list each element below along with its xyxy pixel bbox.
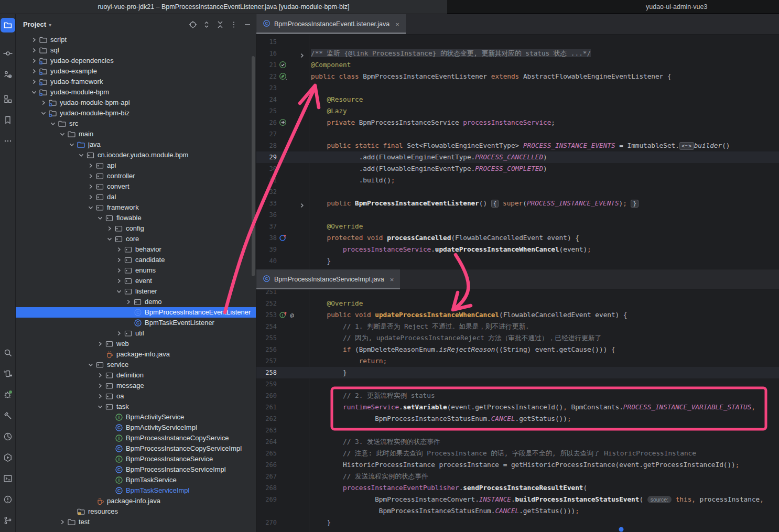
tree-item-cn-iocoder-yudao-module-bpm[interactable]: cn.iocoder.yudao.module.bpm (16, 150, 256, 160)
structure-icon[interactable] (1, 92, 15, 106)
code-line-28[interactable]: 28 public static final Set<FlowableEngin… (256, 140, 779, 151)
code-line-29[interactable]: 29 .add(FlowableEngineEventType.PROCESS_… (256, 151, 779, 163)
code-line-31[interactable]: 31 .build(); (256, 175, 779, 186)
tree-item-event[interactable]: event (16, 276, 256, 286)
chevron-right-icon[interactable] (114, 257, 124, 263)
tree-item-bpmtaskservice[interactable]: IBpmTaskService (16, 475, 256, 485)
code-line[interactable]: BpmProcessInstanceStatusEnum.CANCEL.getS… (256, 505, 779, 517)
project-folder-icon[interactable] (1, 18, 15, 32)
chevron-down-icon[interactable] (67, 142, 77, 147)
chevron-right-icon[interactable] (86, 194, 95, 200)
chevron-right-icon[interactable] (114, 278, 124, 284)
chevron-right-icon[interactable] (29, 37, 39, 42)
code-line-263[interactable]: 263 (256, 425, 779, 436)
chevron-right-icon[interactable] (39, 100, 48, 105)
tree-item-api[interactable]: api (16, 160, 256, 171)
pull-requests-icon[interactable]: ? (1, 67, 15, 82)
chevron-right-icon[interactable] (105, 226, 114, 231)
chevron-down-icon[interactable] (95, 404, 105, 409)
code-line-260[interactable]: 260 // 2. 更新流程实例 status (256, 390, 779, 401)
debug-icon[interactable] (1, 387, 15, 402)
gutter-ovr-icon[interactable] (279, 234, 287, 242)
code-line-267[interactable]: 267 // 发送流程实例的状态事件 (256, 471, 779, 482)
problems-icon[interactable] (1, 492, 15, 507)
code-line-269[interactable]: 269 BpmProcessInstanceConvert.INSTANCE.b… (256, 494, 779, 505)
chevron-down-icon[interactable] (105, 236, 114, 242)
code-line-253[interactable]: 253I@ public void updateProcessInstanceW… (256, 309, 779, 321)
close-icon[interactable]: × (390, 276, 394, 284)
background-window-titlebar[interactable]: yudao-ui-admin-vue3 (447, 0, 779, 14)
code-line-255[interactable]: 255 // 因为, updateProcessInstanceReject 方… (256, 332, 779, 344)
code-line-15[interactable]: 15 (256, 36, 779, 48)
tree-item-listener[interactable]: listener (16, 286, 256, 297)
tree-scrollbar[interactable] (252, 56, 255, 276)
top-editor[interactable]: 1516/** 监听 {@link ProcessInstance} 的状态变更… (256, 35, 779, 269)
chevron-down-icon[interactable] (77, 153, 86, 158)
code-line-25[interactable]: 25 @Lazy (256, 105, 779, 117)
code-line-23[interactable]: 23 (256, 82, 779, 94)
tree-item-bpmprocessinstanceserviceimpl[interactable]: CBpmProcessInstanceServiceImpl (16, 464, 256, 475)
chevron-down-icon[interactable] (58, 132, 67, 137)
tree-item-task[interactable]: task (16, 401, 256, 412)
tree-item-yudao-module-bpm-api[interactable]: yudao-module-bpm-api (16, 97, 256, 108)
chevron-right-icon[interactable] (114, 268, 124, 273)
chevron-down-icon[interactable] (48, 121, 58, 126)
chevron-down-icon[interactable] (86, 362, 95, 367)
commit-icon[interactable] (1, 46, 15, 61)
code-line-26[interactable]: 26 private BpmProcessInstanceService pro… (256, 117, 779, 128)
chevron-right-icon[interactable] (58, 519, 67, 525)
version-control-icon[interactable] (1, 513, 15, 528)
code-line-33[interactable]: 33 public BpmProcessInstanceEventListene… (256, 198, 779, 209)
gutter-impl-at-icon[interactable]: I@ (279, 311, 297, 319)
code-line-258[interactable]: 258 } (256, 367, 779, 378)
chevron-right-icon[interactable] (29, 48, 39, 53)
tree-item-bpmactivityserviceimpl[interactable]: CBpmActivityServiceImpl (16, 422, 256, 433)
tree-item-bpmprocessinstanceeventlistener[interactable]: CBpmProcessInstanceEventListener (16, 307, 256, 318)
tree-item-core[interactable]: core (16, 234, 256, 244)
tree-item-bpmprocessinstancecopyservice[interactable]: IBpmProcessInstanceCopyService (16, 433, 256, 443)
code-line-24[interactable]: 24 @Resource (256, 94, 779, 105)
tree-item-test[interactable]: test (16, 517, 256, 527)
tree-item-framework[interactable]: framework (16, 202, 256, 213)
tree-item-src[interactable]: src (16, 118, 256, 129)
code-line-261[interactable]: 261 runtimeService.setVariable(event.get… (256, 401, 779, 413)
chevron-right-icon[interactable] (95, 373, 105, 378)
tree-item-sql[interactable]: sql (16, 45, 256, 56)
code-line-259[interactable]: 259 (256, 378, 779, 390)
tree-item-bpmprocessinstancecopyserviceimpl[interactable]: CBpmProcessInstanceCopyServiceImpl (16, 443, 256, 454)
tree-item-java[interactable]: java (16, 139, 256, 150)
chevron-down-icon[interactable] (95, 215, 105, 221)
chevron-right-icon[interactable] (124, 299, 133, 305)
gutter-sp-wire-icon[interactable] (279, 118, 287, 126)
tree-item-behavior[interactable]: behavior (16, 244, 256, 255)
code-line-22[interactable]: 22public class BpmProcessInstanceEventLi… (256, 71, 779, 82)
tree-item-bpmtaskserviceimpl[interactable]: CBpmTaskServiceImpl (16, 485, 256, 496)
collapse-all-icon[interactable] (216, 20, 224, 29)
tree-item-demo[interactable]: demo (16, 297, 256, 307)
tree-item-message[interactable]: message (16, 381, 256, 391)
services-icon[interactable] (1, 450, 15, 465)
code-line-38[interactable]: 38 protected void processCancelled(Flowa… (256, 232, 779, 244)
expand-all-icon[interactable] (202, 20, 211, 29)
tree-item-script[interactable]: script (16, 35, 256, 45)
code-line-27[interactable]: 27 (256, 128, 779, 140)
tree-item-package-info-java[interactable]: package-info.java (16, 496, 256, 506)
chevron-down-icon[interactable] (86, 205, 95, 210)
code-line-251[interactable]: 251 (256, 290, 779, 298)
code-line-266[interactable]: 266 HistoricProcessInstance processInsta… (256, 459, 779, 471)
code-line-268[interactable]: 268 processInstanceEventPublisher.sendPr… (256, 482, 779, 494)
chevron-right-icon[interactable] (29, 69, 39, 74)
terminal-icon[interactable] (1, 471, 15, 486)
chevron-right-icon[interactable] (95, 394, 105, 399)
tree-item-bpmactivityservice[interactable]: IBpmActivityService (16, 412, 256, 422)
code-line-264[interactable]: 264 // 3. 发送流程实例的状态事件 (256, 436, 779, 448)
chevron-right-icon[interactable] (86, 173, 95, 179)
tree-item-controller[interactable]: controller (16, 171, 256, 181)
code-line-32[interactable]: 32 (256, 186, 779, 198)
code-line-257[interactable]: 257 return; (256, 355, 779, 367)
tree-item-package-info-java[interactable]: package-info.java (16, 349, 256, 360)
tree-item-resources[interactable]: resources (16, 506, 256, 517)
tree-item-yudao-framework[interactable]: yudao-framework (16, 77, 256, 87)
tree-item-definition[interactable]: definition (16, 370, 256, 381)
locate-file-icon[interactable] (189, 20, 197, 29)
